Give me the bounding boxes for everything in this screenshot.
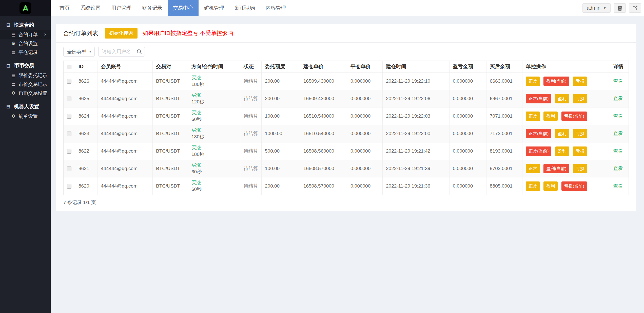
select-all-checkbox[interactable]	[67, 65, 71, 69]
row-checkbox[interactable]	[67, 132, 71, 136]
control-normal-button[interactable]: 正常	[526, 77, 540, 86]
cell-direction: 买涨 60秒	[188, 107, 240, 125]
cell-account: 444444@qq.com	[97, 125, 153, 142]
row-checkbox-cell	[64, 90, 75, 107]
control-profit-button[interactable]: 盈利(当前)	[543, 164, 569, 173]
cell-controls: 正常(当前) 盈利 亏损	[522, 125, 610, 142]
collapse-minus-icon	[6, 23, 11, 27]
cell-account: 444444@qq.com	[97, 142, 153, 160]
table-row: 8626 444444@qq.com BTC/USDT 买涨 180秒 待结算 …	[64, 72, 629, 90]
cell-open-price: 16508.560000	[300, 142, 347, 160]
sidebar-item-label: 限价委托记录	[18, 72, 47, 79]
nav-item[interactable]: 内容管理	[260, 0, 291, 16]
caret-down-icon: ▼	[603, 6, 606, 10]
sidebar-item[interactable]: 合约订单	[0, 30, 51, 39]
cell-controls: 正常(当前) 盈利 亏损	[522, 142, 610, 160]
row-checkbox[interactable]	[67, 184, 71, 189]
control-profit-button[interactable]: 盈利(当前)	[543, 77, 569, 86]
control-profit-button[interactable]: 盈利	[555, 94, 569, 103]
cell-open-price: 16508.570000	[300, 160, 347, 177]
init-search-button[interactable]: 初始化搜索	[105, 28, 138, 39]
sidebar-item-icon	[11, 82, 16, 86]
control-normal-button[interactable]: 正常	[526, 164, 540, 173]
user-menu-button[interactable]: admin ▼	[582, 3, 611, 13]
control-loss-button[interactable]: 亏损(当前)	[561, 181, 587, 191]
control-loss-button[interactable]: 亏损	[573, 164, 587, 173]
cell-pnl: 0.000000	[450, 177, 486, 195]
control-loss-button[interactable]: 亏损(当前)	[561, 112, 587, 121]
sidebar-item[interactable]: 合约设置	[0, 39, 51, 48]
sidebar-section-header[interactable]: 币币交易	[0, 60, 51, 71]
control-normal-button[interactable]: 正常	[526, 112, 540, 121]
cell-amount: 100.00	[262, 160, 300, 177]
column-header: 平仓单价	[347, 61, 383, 72]
view-detail-link[interactable]: 查看	[613, 166, 623, 171]
cell-controls: 正常 盈利 亏损(当前)	[522, 177, 610, 195]
sidebar-item[interactable]: 平仓记录	[0, 48, 51, 57]
row-checkbox-cell	[64, 160, 75, 177]
sidebar-item[interactable]: 币币交易设置	[0, 89, 51, 98]
nav-item[interactable]: 新币认购	[229, 0, 260, 16]
cell-open-time: 2022-11-29 19:21:42	[383, 142, 450, 160]
row-checkbox[interactable]	[67, 79, 71, 84]
row-checkbox[interactable]	[67, 149, 71, 154]
control-profit-button[interactable]: 盈利	[555, 129, 569, 138]
control-normal-button[interactable]: 正常(当前)	[526, 94, 551, 103]
column-header: 详情	[610, 61, 629, 72]
control-loss-button[interactable]: 亏损	[573, 94, 587, 103]
a-logo-icon	[21, 4, 29, 12]
sidebar-section-header[interactable]: 快速合约	[0, 20, 51, 30]
sidebar-item-icon	[11, 73, 16, 78]
control-normal-button[interactable]: 正常(当前)	[526, 146, 551, 156]
cell-detail: 查看	[610, 72, 629, 90]
cell-id: 8622	[75, 142, 97, 160]
nav-item[interactable]: 财务记录	[137, 0, 168, 16]
nav-item[interactable]: 矿机管理	[199, 0, 229, 16]
cell-pnl: 0.000000	[450, 160, 486, 177]
view-detail-link[interactable]: 查看	[613, 78, 623, 84]
cell-status: 待结算	[240, 90, 262, 107]
topbar-right: admin ▼	[582, 3, 641, 13]
control-profit-button[interactable]: 盈利	[555, 146, 569, 156]
sidebar-item[interactable]: 刷单设置	[0, 112, 51, 121]
cell-direction: 买涨 180秒	[188, 125, 240, 142]
logout-button[interactable]	[629, 3, 641, 13]
control-loss-button[interactable]: 亏损	[573, 129, 587, 138]
view-detail-link[interactable]: 查看	[613, 148, 623, 154]
type-select[interactable]: 全部类型	[63, 47, 95, 57]
search-icon[interactable]	[136, 49, 142, 56]
cell-open-time: 2022-11-29 19:22:00	[383, 125, 450, 142]
duration-label: 180秒	[191, 151, 237, 158]
duration-label: 60秒	[191, 116, 237, 123]
nav-item[interactable]: 系统设置	[75, 0, 106, 16]
nav-item[interactable]: 用户管理	[106, 0, 137, 16]
row-checkbox[interactable]	[67, 114, 71, 119]
sidebar-item[interactable]: 限价委托记录	[0, 71, 51, 80]
sidebar: 快速合约 合约订单 合约设置 平仓记录	[0, 0, 51, 313]
cell-account: 444444@qq.com	[97, 90, 153, 107]
sidebar-item-label: 刷单设置	[18, 113, 38, 120]
row-checkbox[interactable]	[67, 167, 71, 171]
view-detail-link[interactable]: 查看	[613, 113, 623, 119]
duration-label: 60秒	[191, 186, 237, 193]
control-loss-button[interactable]: 亏损	[573, 146, 587, 156]
control-profit-button[interactable]: 盈利	[543, 181, 558, 191]
control-normal-button[interactable]: 正常(当前)	[526, 129, 551, 138]
column-header: 建仓时间	[383, 61, 450, 72]
view-detail-link[interactable]: 查看	[613, 131, 623, 136]
view-detail-link[interactable]: 查看	[613, 183, 623, 189]
cell-id: 8625	[75, 90, 97, 107]
cell-status: 待结算	[240, 72, 262, 90]
trash-button[interactable]	[614, 3, 626, 13]
sidebar-section-header[interactable]: 机器人设置	[0, 101, 51, 112]
view-detail-link[interactable]: 查看	[613, 96, 623, 101]
nav-item[interactable]: 交易中心	[168, 0, 199, 16]
control-profit-button[interactable]: 盈利	[543, 112, 558, 121]
cell-close-price: 0.000000	[347, 177, 383, 195]
control-normal-button[interactable]: 正常	[526, 181, 540, 191]
section-items: 刷单设置	[0, 112, 51, 121]
row-checkbox[interactable]	[67, 97, 71, 101]
control-loss-button[interactable]: 亏损	[573, 77, 587, 86]
nav-item[interactable]: 首页	[54, 0, 75, 16]
sidebar-item[interactable]: 市价交易记录	[0, 80, 51, 89]
